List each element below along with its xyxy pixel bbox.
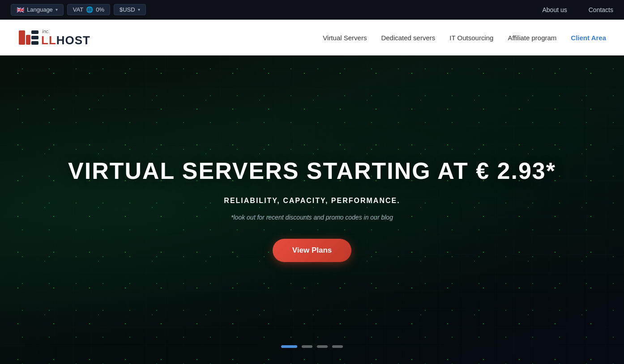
about-us-link[interactable]: About us (542, 6, 567, 13)
hero-subtitle: RELIABILITY, CAPACITY, PERFORMANCE. (68, 197, 556, 205)
svg-rect-2 (31, 30, 38, 34)
top-bar-right: About us Contacts (542, 6, 613, 13)
language-label: Language (27, 6, 53, 13)
nav-affiliate-program[interactable]: Affiliate program (508, 34, 556, 42)
hero-content: VIRTUAL SERVERS STARTING AT € 2.93* RELI… (59, 157, 565, 262)
nav-links: Virtual Servers Dedicated servers IT Out… (323, 34, 606, 42)
logo-icon (18, 27, 39, 48)
nav-dedicated-servers[interactable]: Dedicated servers (381, 34, 435, 42)
top-bar: 🇬🇧 Language ▾ VAT 🌐 0% $USD ▾ About us C… (0, 0, 624, 20)
currency-label: $USD (120, 6, 135, 13)
slide-dot-3[interactable] (317, 345, 328, 348)
flag-icon: 🇬🇧 (17, 6, 24, 13)
slide-indicators (281, 345, 343, 348)
logo-ll: LL (41, 34, 56, 47)
svg-rect-3 (31, 36, 38, 39)
hero-note: *look out for recent discounts and promo… (68, 214, 556, 221)
logo-name: LLHOST (41, 34, 90, 47)
slide-dot-2[interactable] (302, 345, 312, 348)
main-nav: inc. LLHOST Virtual Servers Dedicated se… (0, 20, 624, 55)
slide-dot-4[interactable] (332, 345, 343, 348)
currency-selector[interactable]: $USD ▾ (114, 4, 146, 15)
logo-text: inc. LLHOST (41, 29, 90, 47)
logo-host: HOST (56, 34, 90, 47)
nav-virtual-servers[interactable]: Virtual Servers (323, 34, 367, 42)
vat-value: 0% (96, 6, 104, 13)
nav-it-outsourcing[interactable]: IT Outsourcing (449, 34, 493, 42)
svg-rect-0 (19, 30, 25, 45)
language-dropdown-arrow: ▾ (56, 7, 58, 12)
vat-selector[interactable]: VAT 🌐 0% (67, 4, 110, 15)
view-plans-button[interactable]: View Plans (273, 239, 352, 262)
contacts-link[interactable]: Contacts (589, 6, 613, 13)
top-bar-left: 🇬🇧 Language ▾ VAT 🌐 0% $USD ▾ (11, 4, 146, 16)
logo[interactable]: inc. LLHOST (18, 27, 90, 48)
currency-dropdown-arrow: ▾ (138, 7, 140, 12)
slide-dot-1[interactable] (281, 345, 297, 348)
nav-client-area[interactable]: Client Area (571, 34, 606, 42)
vat-label: VAT (73, 6, 83, 13)
globe-icon: 🌐 (86, 6, 93, 13)
hero-section: VIRTUAL SERVERS STARTING AT € 2.93* RELI… (0, 55, 624, 364)
language-selector[interactable]: 🇬🇧 Language ▾ (11, 4, 64, 16)
hero-title: VIRTUAL SERVERS STARTING AT € 2.93* (68, 157, 556, 184)
svg-rect-4 (31, 41, 38, 45)
svg-rect-1 (26, 35, 30, 45)
